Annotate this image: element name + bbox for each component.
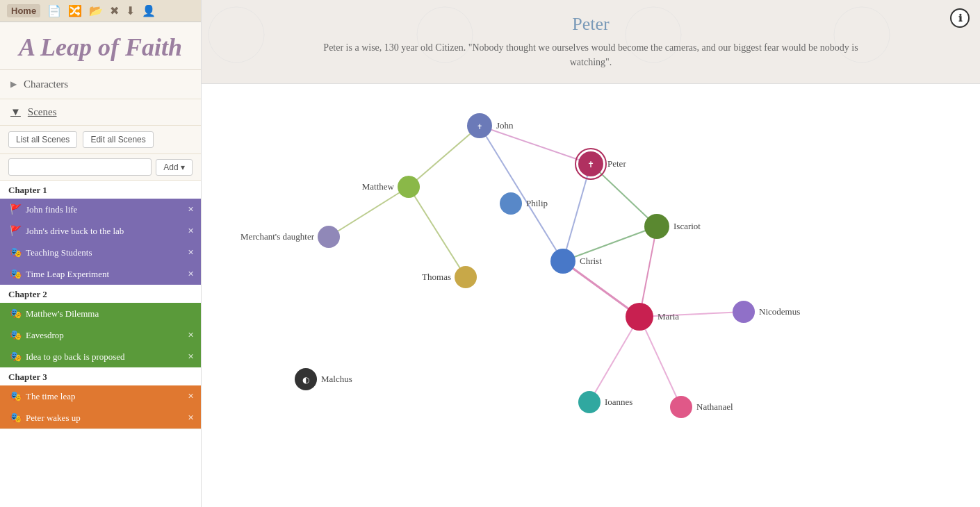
graph-edge [591, 164, 657, 226]
node-label: Thomas [422, 272, 451, 282]
scene-close-icon[interactable]: ✕ [188, 352, 194, 361]
scene-close-icon[interactable]: ✕ [188, 205, 194, 214]
character-name: Peter [229, 14, 952, 35]
graph-edge [409, 126, 480, 187]
characters-arrow-icon: ▶ [10, 79, 17, 90]
shuffle-icon[interactable]: 🔀 [68, 4, 82, 17]
add-scene-row: Add ▾ [0, 154, 201, 181]
graph-edge [480, 126, 563, 261]
graph-node-merchant's-daughter[interactable]: Merchant's daughter [240, 226, 340, 248]
scene-close-icon[interactable]: ✕ [188, 248, 194, 257]
scene-name: John finds life [26, 204, 185, 215]
scene-johns-drive[interactable]: 🚩 John's drive back to the lab ✕ [0, 220, 201, 242]
edit-all-scenes-button[interactable]: Edit all Scenes [83, 131, 153, 148]
node-label: Merchant's daughter [240, 231, 315, 242]
add-scene-input[interactable] [8, 158, 152, 176]
new-document-icon[interactable]: 📄 [47, 4, 61, 17]
graph-edge [563, 226, 657, 261]
node-circle[interactable] [398, 176, 420, 198]
node-circle[interactable] [550, 249, 575, 274]
scenes-label: Scenes [28, 106, 57, 118]
scene-name: Matthew's Dilemma [26, 308, 191, 319]
home-button[interactable]: Home [7, 4, 40, 17]
node-label: Maria [658, 311, 679, 322]
list-all-scenes-button[interactable]: List all Scenes [8, 131, 77, 148]
node-circle[interactable] [670, 396, 692, 418]
scene-flag-icon: 🚩 [10, 203, 22, 215]
graph-edge [480, 126, 591, 164]
node-label: John [496, 120, 514, 131]
scene-flag-icon: 🚩 [10, 225, 22, 237]
scene-peter-wakes-up[interactable]: 🎭 Peter wakes up ✕ [0, 407, 201, 429]
graph-node-peter[interactable]: ✝Peter [575, 149, 626, 179]
node-label: Philip [526, 198, 548, 208]
node-circle[interactable] [318, 226, 340, 248]
scene-close-icon[interactable]: ✕ [188, 226, 194, 235]
graph-node-matthew[interactable]: Matthew [362, 176, 420, 198]
node-circle[interactable] [733, 301, 755, 323]
scene-mask-icon: 🎭 [10, 390, 22, 402]
node-label: Nathanael [696, 401, 733, 412]
scene-name: The time leap [26, 391, 185, 402]
add-button[interactable]: Add ▾ [156, 159, 193, 176]
scene-matthews-dilemma[interactable]: 🎭 Matthew's Dilemma [0, 303, 201, 324]
scene-mask-icon: 🎭 [10, 247, 22, 258]
scene-eavesdrop[interactable]: 🎭 Eavesdrop ✕ [0, 324, 201, 346]
graph-svg: ✝John✝PeterMatthewPhilipMerchant's daugh… [202, 84, 980, 507]
scene-mask-icon: 🎭 [10, 308, 22, 319]
scene-close-icon[interactable]: ✕ [188, 269, 194, 279]
node-circle[interactable] [644, 214, 669, 239]
node-circle[interactable] [500, 192, 522, 215]
graph-node-thomas[interactable]: Thomas [422, 266, 477, 288]
scenes-nav[interactable]: ▼ Scenes [0, 99, 201, 126]
relationship-graph: ✝John✝PeterMatthewPhilipMerchant's daugh… [202, 84, 980, 507]
scene-close-icon[interactable]: ✕ [188, 331, 194, 340]
scene-teaching-students[interactable]: 🎭 Teaching Students ✕ [0, 242, 201, 263]
svg-text:✝: ✝ [477, 123, 482, 131]
main-content: ℹ Peter Peter is a wise, 130 year old Ci… [202, 0, 980, 507]
graph-edge [589, 317, 639, 402]
scene-time-leap-experiment[interactable]: 🎭 Time Leap Experiment ✕ [0, 263, 201, 285]
node-label: Peter [607, 158, 626, 169]
graph-edge [563, 261, 639, 317]
scene-idea-go-back[interactable]: 🎭 Idea to go back is proposed ✕ [0, 346, 201, 367]
character-description: Peter is a wise, 130 year old Citizen. "… [313, 40, 869, 69]
graph-node-malchus[interactable]: ◐Malchus [295, 368, 352, 390]
graph-node-maria[interactable]: Maria [626, 303, 679, 331]
chapter-2-label: Chapter 2 [0, 285, 201, 303]
graph-node-philip[interactable]: Philip [500, 192, 548, 215]
node-circle[interactable] [455, 266, 477, 288]
scene-mask-icon: 🎭 [10, 351, 22, 363]
node-circle[interactable] [626, 303, 653, 331]
node-label: Matthew [362, 181, 395, 192]
scene-john-finds-life[interactable]: 🚩 John finds life ✕ [0, 199, 201, 220]
graph-edge [409, 187, 466, 277]
graph-node-iscariot[interactable]: Iscariot [644, 214, 701, 239]
svg-text:✝: ✝ [587, 160, 594, 169]
graph-node-nathanael[interactable]: Nathanael [670, 396, 733, 418]
scenes-buttons-row: List all Scenes Edit all Scenes [0, 126, 201, 154]
book-title-text: A Leap of Faith [14, 33, 187, 63]
scene-mask-icon: 🎭 [10, 329, 22, 341]
graph-edge [639, 317, 681, 407]
chapter-1-label: Chapter 1 [0, 181, 201, 199]
scenes-arrow-icon: ▼ [10, 106, 21, 118]
svg-text:◐: ◐ [302, 375, 309, 385]
characters-nav[interactable]: ▶ Characters [0, 70, 201, 99]
scene-close-icon[interactable]: ✕ [188, 413, 194, 422]
book-title: A Leap of Faith [0, 22, 201, 70]
scene-name: Time Leap Experiment [26, 269, 185, 280]
graph-node-ioannes[interactable]: Ioannes [578, 391, 632, 413]
info-button[interactable]: ℹ [950, 8, 970, 28]
scene-the-time-leap[interactable]: 🎭 The time leap ✕ [0, 385, 201, 407]
scene-name: Idea to go back is proposed [26, 351, 185, 363]
node-circle[interactable] [578, 391, 601, 413]
scene-close-icon[interactable]: ✕ [188, 392, 194, 401]
folder-icon[interactable]: 📂 [89, 4, 103, 17]
graph-node-nicodemus[interactable]: Nicodemus [733, 301, 800, 323]
scene-name: Teaching Students [26, 247, 185, 258]
scene-mask-icon: 🎭 [10, 268, 22, 280]
delete-icon[interactable]: ✖ [110, 4, 119, 17]
user-icon[interactable]: 👤 [142, 4, 156, 17]
download-icon[interactable]: ⬇ [126, 4, 135, 17]
